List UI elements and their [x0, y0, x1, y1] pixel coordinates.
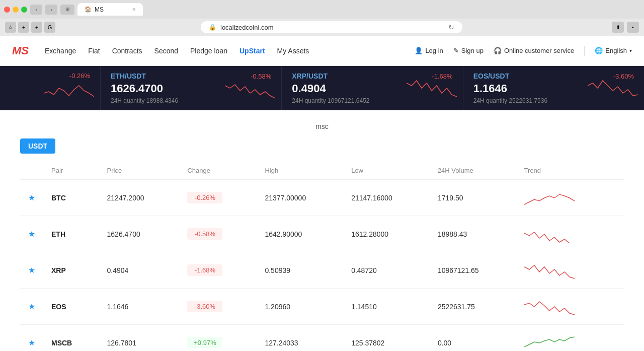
signup-button[interactable]: ✎ Sign up: [453, 47, 484, 54]
forward-button[interactable]: ›: [45, 5, 57, 15]
star-icon[interactable]: ★: [28, 230, 35, 238]
trend-cell: [516, 252, 624, 289]
mini-trend-chart: [524, 332, 580, 351]
star-icon[interactable]: ★: [28, 266, 35, 274]
star-cell[interactable]: ★: [20, 180, 43, 216]
share-icon[interactable]: ⬆: [612, 22, 624, 33]
price-cell: 126.7801: [99, 325, 180, 352]
login-label: Log in: [425, 47, 443, 54]
url-text: localizedcoini.com: [220, 24, 274, 31]
pair-cell: MSCB: [43, 325, 99, 352]
address-bar[interactable]: 🔒 localizedcoini.com ↻: [201, 21, 462, 33]
pair-name: EOS: [51, 303, 66, 311]
bookmark-icon[interactable]: ☆: [5, 22, 16, 33]
maximize-dot[interactable]: [21, 7, 27, 13]
low-cell: 1.14510: [343, 289, 430, 325]
nav-upstart[interactable]: UpStart: [239, 45, 265, 57]
change-badge: -3.60%: [187, 301, 222, 312]
browser-tab[interactable]: 🏠 MS ×: [77, 3, 143, 16]
extension-icon[interactable]: +: [18, 22, 29, 33]
trend-cell: [516, 325, 624, 352]
ticker-xrp[interactable]: XRP/USDT -1.68% 0.4904 24H quantity 1096…: [282, 66, 463, 110]
chevron-down-icon: ▾: [629, 48, 632, 53]
globe-icon: 🌐: [595, 47, 603, 54]
volume-cell: 2522631.75: [430, 289, 516, 325]
change-badge: +0.97%: [187, 337, 222, 348]
market-section: msc USDT Pair Price Change High Low 24H …: [0, 110, 644, 351]
back-button[interactable]: ‹: [30, 5, 42, 15]
th-star: [20, 162, 43, 180]
pair-cell: XRP: [43, 252, 99, 289]
signup-icon: ✎: [453, 47, 459, 54]
usdt-filter-button[interactable]: USDT: [20, 138, 55, 154]
table-row[interactable]: ★ XRP 0.4904 -1.68% 0.50939 0.48720 1096…: [20, 252, 624, 289]
volume-cell: 18988.43: [430, 216, 516, 252]
sidebar-icon[interactable]: ▪: [627, 22, 639, 33]
pair-name: ETH: [51, 230, 65, 238]
ticker-item-first[interactable]: -0.26%: [0, 66, 101, 110]
high-cell: 1642.90000: [257, 216, 343, 252]
star-cell[interactable]: ★: [20, 325, 43, 352]
minimize-dot[interactable]: [13, 7, 19, 13]
tab-view-button[interactable]: ⊞: [60, 5, 74, 15]
low-cell: 1612.28000: [343, 216, 430, 252]
mini-trend-chart: [524, 187, 580, 207]
table-row[interactable]: ★ ETH 1626.4700 -0.58% 1642.90000 1612.2…: [20, 216, 624, 252]
add-tab-icon[interactable]: +: [31, 22, 42, 33]
th-change: Change: [179, 162, 257, 180]
nav-myassets[interactable]: My Assets: [277, 45, 309, 57]
change-cell: +0.97%: [179, 325, 257, 352]
high-cell: 0.50939: [257, 252, 343, 289]
login-button[interactable]: 👤 Log in: [415, 47, 443, 54]
star-cell[interactable]: ★: [20, 252, 43, 289]
ticker-bar: -0.26% ETH/USDT -0.58% 1626.4700 24H qua…: [0, 66, 644, 110]
eth-pair: ETH/USDT: [111, 72, 146, 80]
pair-cell: ETH: [43, 216, 99, 252]
pair-name: BTC: [51, 194, 66, 202]
market-label: msc: [20, 118, 624, 138]
divider: [584, 46, 585, 56]
star-cell[interactable]: ★: [20, 289, 43, 325]
nav-links: Exchange Fiat Contracts Second Pledge lo…: [45, 45, 415, 57]
headset-icon: 🎧: [494, 47, 502, 54]
nav-second[interactable]: Second: [154, 45, 178, 57]
google-icon[interactable]: G: [44, 22, 55, 33]
th-low: Low: [343, 162, 430, 180]
nav-contracts[interactable]: Contracts: [112, 45, 142, 57]
low-cell: 0.48720: [343, 252, 430, 289]
star-icon[interactable]: ★: [28, 338, 35, 347]
ticker-eos[interactable]: EOS/USDT -3.60% 1.1646 24H quantity 2522…: [463, 66, 644, 110]
close-dot[interactable]: [4, 7, 10, 13]
star-icon[interactable]: ★: [28, 302, 35, 311]
table-row[interactable]: ★ EOS 1.1646 -3.60% 1.20960 1.14510 2522…: [20, 289, 624, 325]
change-cell: -0.26%: [179, 180, 257, 216]
price-cell: 21247.2000: [99, 180, 180, 216]
mini-trend-chart: [524, 259, 580, 279]
nav-exchange[interactable]: Exchange: [45, 45, 76, 57]
language-button[interactable]: 🌐 English ▾: [595, 47, 632, 54]
th-trend: Trend: [516, 162, 624, 180]
high-cell: 21377.00000: [257, 180, 343, 216]
th-volume: 24H Volume: [430, 162, 516, 180]
trend-cell: [516, 289, 624, 325]
volume-cell: 0.00: [430, 325, 516, 352]
th-price: Price: [99, 162, 180, 180]
star-icon[interactable]: ★: [28, 193, 35, 202]
xrp-ticker-chart: [407, 76, 457, 101]
ticker-eth[interactable]: ETH/USDT -0.58% 1626.4700 24H quantity 1…: [101, 66, 282, 110]
customer-service-button[interactable]: 🎧 Online customer service: [494, 47, 574, 54]
btc-ticker-chart: [44, 76, 94, 101]
table-row[interactable]: ★ BTC 21247.2000 -0.26% 21377.00000 2114…: [20, 180, 624, 216]
pair-name: XRP: [51, 266, 66, 274]
nav-fiat[interactable]: Fiat: [88, 45, 100, 57]
eos-pair: EOS/USDT: [473, 72, 510, 80]
language-label: English: [605, 47, 627, 54]
nav-pledge[interactable]: Pledge loan: [190, 45, 227, 57]
table-row[interactable]: ★ MSCB 126.7801 +0.97% 127.24033 125.378…: [20, 325, 624, 352]
mini-trend-chart: [524, 223, 580, 243]
logo: MS: [12, 44, 29, 57]
change-cell: -0.58%: [179, 216, 257, 252]
low-cell: 125.37802: [343, 325, 430, 352]
star-cell[interactable]: ★: [20, 216, 43, 252]
change-badge: -1.68%: [187, 264, 222, 276]
